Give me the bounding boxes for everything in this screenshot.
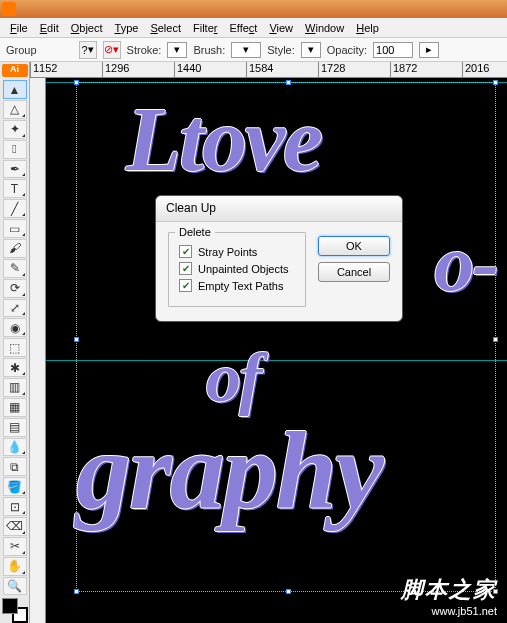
opacity-label: Opacity: (327, 44, 367, 56)
menu-edit[interactable]: Edit (34, 20, 65, 36)
type-tool[interactable]: T (3, 179, 27, 198)
menu-help[interactable]: Help (350, 20, 385, 36)
selection-handle[interactable] (493, 337, 498, 342)
scale-tool[interactable]: ⤢ (3, 299, 27, 318)
selection-tool[interactable]: ▲ (3, 80, 27, 99)
eraser-tool[interactable]: ⌫ (3, 517, 27, 536)
app-icon (2, 2, 16, 16)
menu-type[interactable]: Type (109, 20, 145, 36)
menu-view[interactable]: View (263, 20, 299, 36)
selection-handle[interactable] (286, 589, 291, 594)
eyedropper-tool[interactable]: 💧 (3, 438, 27, 457)
zoom-tool[interactable]: 🔍 (3, 577, 27, 596)
ok-button[interactable]: OK (318, 236, 390, 256)
stray-points-checkbox[interactable]: ✔ (179, 245, 192, 258)
window-titlebar (0, 0, 507, 18)
gradient-tool[interactable]: ▤ (3, 418, 27, 437)
empty-text-paths-label: Empty Text Paths (198, 280, 283, 292)
style-label: Style: (267, 44, 295, 56)
free-transform-tool[interactable]: ⬚ (3, 338, 27, 357)
ai-logo-icon: Ai (2, 64, 28, 77)
menu-select[interactable]: Select (144, 20, 187, 36)
ruler-tick: 2016 (462, 62, 507, 77)
paintbrush-tool[interactable]: 🖌 (3, 239, 27, 258)
selection-handle[interactable] (286, 80, 291, 85)
clean-up-dialog: Clean Up Delete ✔ Stray Points ✔ Unpaint… (155, 195, 403, 322)
pen-tool[interactable]: ✒ (3, 160, 27, 179)
selection-bounding-box[interactable] (76, 82, 496, 592)
selection-handle[interactable] (493, 80, 498, 85)
horizontal-ruler[interactable]: 1152 1296 1440 1584 1728 1872 2016 2160 … (30, 62, 507, 78)
blend-tool[interactable]: ⧉ (3, 457, 27, 476)
ruler-tick: 1728 (318, 62, 390, 77)
selection-type-label: Group (6, 44, 37, 56)
rectangle-tool[interactable]: ▭ (3, 219, 27, 238)
ruler-tick: 1296 (102, 62, 174, 77)
unpainted-objects-label: Unpainted Objects (198, 263, 289, 275)
direct-selection-tool[interactable]: △ (3, 100, 27, 119)
menu-window[interactable]: Window (299, 20, 350, 36)
stray-points-label: Stray Points (198, 246, 257, 258)
selection-handle[interactable] (74, 80, 79, 85)
symbol-sprayer-tool[interactable]: ✱ (3, 358, 27, 377)
warp-tool[interactable]: ◉ (3, 318, 27, 337)
help-icon[interactable]: ?▾ (79, 41, 97, 59)
menu-file[interactable]: File (4, 20, 34, 36)
ruler-tick: 1152 (30, 62, 102, 77)
watermark-url: www.jb51.net (401, 605, 497, 617)
fieldset-legend: Delete (175, 226, 215, 238)
rotate-tool[interactable]: ⟳ (3, 279, 27, 298)
mesh-tool[interactable]: ▦ (3, 398, 27, 417)
ruler-tick: 1584 (246, 62, 318, 77)
opacity-dropdown[interactable]: ▸ (419, 42, 439, 58)
line-tool[interactable]: ╱ (3, 199, 27, 218)
menu-filter[interactable]: Filter (187, 20, 223, 36)
selection-handle[interactable] (74, 589, 79, 594)
magic-wand-tool[interactable]: ✦ (3, 120, 27, 139)
lasso-tool[interactable]: 𓆩 (3, 140, 27, 159)
scissors-tool[interactable]: ✂ (3, 537, 27, 556)
opacity-input[interactable] (373, 42, 413, 58)
unpainted-objects-checkbox[interactable]: ✔ (179, 262, 192, 275)
ruler-tick: 1872 (390, 62, 462, 77)
empty-text-paths-checkbox[interactable]: ✔ (179, 279, 192, 292)
crop-tool[interactable]: ⊡ (3, 497, 27, 516)
dialog-title[interactable]: Clean Up (156, 196, 402, 222)
watermark: 脚本之家 www.jb51.net (401, 575, 497, 617)
delete-fieldset: Delete ✔ Stray Points ✔ Unpainted Object… (168, 232, 306, 307)
canvas-area[interactable]: Ltove o- of graphy 脚本之家 www.jb51.net (46, 78, 507, 623)
pencil-tool[interactable]: ✎ (3, 259, 27, 278)
menu-object[interactable]: Object (65, 20, 109, 36)
brush-label: Brush: (193, 44, 225, 56)
selection-handle[interactable] (74, 337, 79, 342)
graph-tool[interactable]: ▥ (3, 378, 27, 397)
fill-stroke-swatch[interactable] (2, 598, 28, 622)
toolbox: Ai ▲ △ ✦ 𓆩 ✒ T ╱ ▭ 🖌 ✎ ⟳ ⤢ ◉ ⬚ ✱ ▥ ▦ ▤ 💧… (0, 62, 30, 623)
menubar: File Edit Object Type Select Filter Effe… (0, 18, 507, 38)
vertical-ruler[interactable] (30, 78, 46, 623)
brush-dropdown[interactable]: ▾ (231, 42, 261, 58)
cancel-button[interactable]: Cancel (318, 262, 390, 282)
stroke-weight-dropdown[interactable]: ▾ (167, 42, 187, 58)
live-paint-tool[interactable]: 🪣 (3, 477, 27, 496)
menu-effect[interactable]: Effect (223, 20, 263, 36)
stroke-label: Stroke: (127, 44, 162, 56)
style-dropdown[interactable]: ▾ (301, 42, 321, 58)
options-bar: Group ?▾ ⊘▾ Stroke: ▾ Brush: ▾ Style: ▾ … (0, 38, 507, 62)
hand-tool[interactable]: ✋ (3, 557, 27, 576)
watermark-text: 脚本之家 (401, 575, 497, 605)
ruler-tick: 1440 (174, 62, 246, 77)
no-fill-icon[interactable]: ⊘▾ (103, 41, 121, 59)
